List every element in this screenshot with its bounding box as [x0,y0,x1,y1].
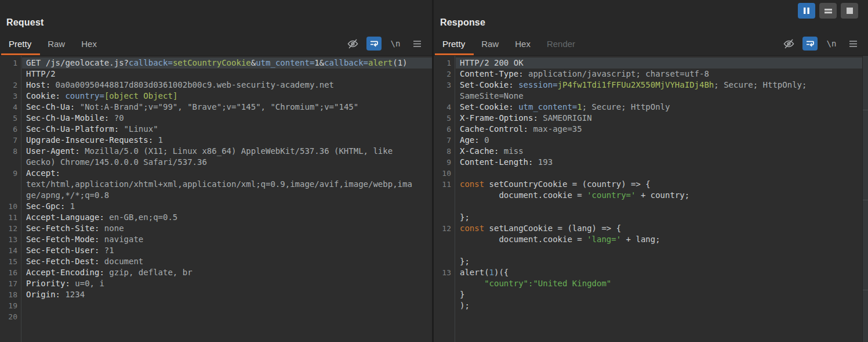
code-line[interactable]: Gecko) Chrome/145.0.0.0 Safari/537.36 [0,157,432,168]
code-line[interactable]: 10Sec-Gpc: 1 [0,201,432,212]
code-line[interactable]: 9Content-Length: 193 [434,157,868,168]
code-line[interactable]: }; [434,256,868,267]
code-line[interactable]: document.cookie = 'country=' + country; [434,190,868,201]
code-line[interactable]: 12const setLangCookie = (lang) => { [434,223,868,234]
pause-button[interactable] [798,3,815,19]
editor-menu-icon[interactable] [845,37,860,51]
line-number: 16 [0,267,22,278]
word-wrap-icon[interactable] [366,37,382,51]
line-number: 19 [0,300,22,311]
code-line[interactable]: 6Cache-Control: max-age=35 [434,124,868,135]
line-number [434,245,456,256]
code-line[interactable]: 13alert(1)({ [434,267,868,278]
tab-pretty[interactable]: Pretty [435,35,474,55]
code-line-text: Content-Length: 193 [456,157,868,168]
request-editor[interactable]: 1GET /js/geolocate.js?callback=setCountr… [0,55,432,342]
code-line-text: GET /js/geolocate.js?callback=setCountry… [22,57,432,69]
code-line[interactable]: 3Cookie: country=[object Object] [0,91,432,102]
rows-button[interactable] [819,3,837,19]
code-line[interactable]: 7Age: 0 [434,135,868,146]
word-wrap-icon[interactable] [802,37,818,51]
code-line[interactable]: "country":"United Kingdom" [434,278,868,289]
code-line-text: Sec-Fetch-Dest: document [22,256,432,267]
code-line[interactable]: 5Sec-Ch-Ua-Mobile: ?0 [0,113,432,124]
code-line[interactable]: 9Accept: [0,168,432,179]
tab-raw[interactable]: Raw [40,35,74,55]
line-number: 8 [434,146,456,157]
code-line-text: Content-Type: application/javascript; ch… [456,69,868,80]
line-number: 10 [0,201,22,212]
hide-nonprintable-icon[interactable] [345,37,360,51]
code-line[interactable]: document.cookie = 'lang=' + lang; [434,234,868,245]
line-number: 9 [434,157,456,168]
line-number: 1 [434,57,456,69]
response-scrollbar[interactable] [862,56,868,342]
editor-menu-icon[interactable] [409,37,424,51]
code-line-text: Origin: 1234 [22,289,432,300]
code-line[interactable]: 20 [0,311,432,322]
line-number [434,212,456,223]
code-line[interactable]: 12Sec-Fetch-Site: none [0,223,432,234]
newline-chars-icon[interactable]: \n [388,37,403,51]
code-line[interactable]: SameSite=None [434,91,868,102]
tab-raw[interactable]: Raw [474,35,507,55]
code-line-text: Gecko) Chrome/145.0.0.0 Safari/537.36 [22,157,432,168]
line-number: 4 [0,102,22,113]
response-panel: Response PrettyRawHexRender \n 1HTTP/2 2… [434,0,868,342]
code-line[interactable]: 11const setCountryCookie = (country) => … [434,179,868,190]
code-line[interactable]: 3Set-Cookie: session=jP4fw1Tdi1fFFUu2X55… [434,80,868,91]
code-line[interactable]: 7Upgrade-Insecure-Requests: 1 [0,135,432,146]
code-line-text: Accept-Language: en-GB,en;q=0.5 [22,212,432,223]
code-line[interactable]: 16Accept-Encoding: gzip, deflate, br [0,267,432,278]
line-number: 7 [434,135,456,146]
code-line[interactable]: 1GET /js/geolocate.js?callback=setCountr… [0,57,432,69]
code-line[interactable]: 4Sec-Ch-Ua: "Not:A-Brand";v="99", "Brave… [0,102,432,113]
code-line-text: Priority: u=0, i [22,278,432,289]
code-line[interactable]: 17Priority: u=0, i [0,278,432,289]
code-line-text: } [456,289,868,300]
code-line[interactable]: 19 [0,300,432,311]
code-line[interactable]: 18Origin: 1234 [0,289,432,300]
code-line[interactable]: }; [434,212,868,223]
code-line-text: Sec-Fetch-Mode: navigate [22,234,432,245]
line-number [434,234,456,245]
response-editor[interactable]: 1HTTP/2 200 OK2Content-Type: application… [434,55,868,342]
tab-pretty[interactable]: Pretty [1,35,40,55]
code-line[interactable]: 10 [434,168,868,179]
code-line[interactable]: 6Sec-Ch-Ua-Platform: "Linux" [0,124,432,135]
line-number [0,157,22,168]
code-line[interactable] [434,201,868,212]
line-number: 1 [0,57,22,69]
line-number [434,300,456,311]
code-line[interactable]: 2Content-Type: application/javascript; c… [434,69,868,80]
request-panel-title: Request [6,17,44,28]
code-line[interactable]: 5X-Frame-Options: SAMEORIGIN [434,113,868,124]
code-line[interactable]: 8X-Cache: miss [434,146,868,157]
code-line[interactable]: } [434,289,868,300]
code-line[interactable]: 15Sec-Fetch-Dest: document [0,256,432,267]
code-line[interactable]: text/html,application/xhtml+xml,applicat… [0,179,432,190]
code-line[interactable]: 2Host: 0a0a00950448817d803d0361002b00c9.… [0,80,432,91]
code-line[interactable]: 8User-Agent: Mozilla/5.0 (X11; Linux x86… [0,146,432,157]
code-line[interactable]: 14Sec-Fetch-User: ?1 [0,245,432,256]
code-line-text [456,245,868,256]
code-line[interactable]: 13Sec-Fetch-Mode: navigate [0,234,432,245]
code-line[interactable]: 1HTTP/2 200 OK [434,57,868,69]
code-line-text [22,300,432,311]
code-line[interactable]: 11Accept-Language: en-GB,en;q=0.5 [0,212,432,223]
tab-hex[interactable]: Hex [507,35,539,55]
code-line-text: X-Frame-Options: SAMEORIGIN [456,113,868,124]
newline-chars-icon[interactable]: \n [824,37,839,51]
line-number: 11 [434,179,456,190]
code-line[interactable] [434,245,868,256]
code-line[interactable]: 4Set-Cookie: utm_content=1; Secure; Http… [434,102,868,113]
code-line-text: Sec-Fetch-Site: none [22,223,432,234]
line-number: 10 [434,168,456,179]
code-line[interactable]: ); [434,300,868,311]
code-line[interactable]: HTTP/2 [0,69,432,80]
line-number [434,91,456,102]
tab-hex[interactable]: Hex [74,35,106,55]
hide-nonprintable-icon[interactable] [781,37,796,51]
stop-button[interactable] [841,3,858,19]
code-line[interactable]: ge/apng,*/*;q=0.8 [0,190,432,201]
